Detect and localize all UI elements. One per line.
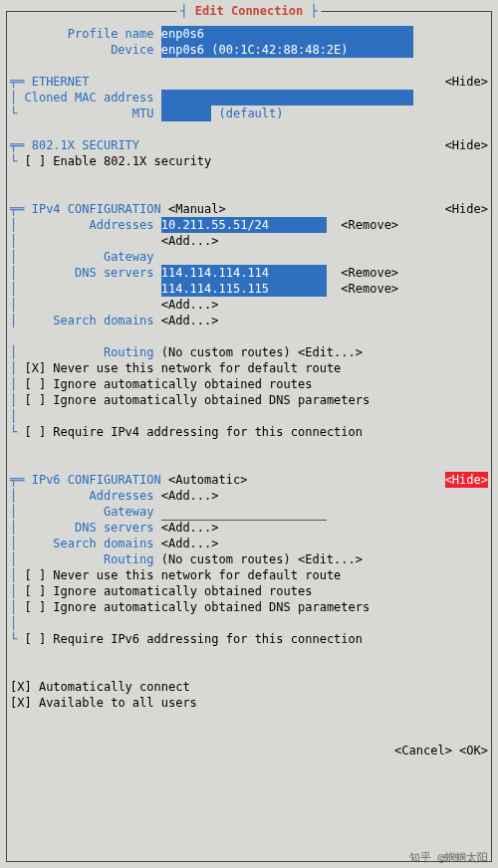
ipv4-search-add-button[interactable]: <Add...>	[161, 313, 219, 328]
ipv6-address-add-button[interactable]: <Add...>	[161, 488, 219, 504]
ipv6-require-checkbox[interactable]: [ ]	[24, 631, 53, 647]
ipv4-never-default-checkbox[interactable]: [X]	[24, 360, 53, 376]
auto-connect-checkbox[interactable]: [X]	[10, 679, 39, 695]
ipv4-gateway-input[interactable]	[161, 249, 327, 266]
ipv4-dns-add-button[interactable]: <Add...>	[161, 297, 219, 313]
ipv4-ign-dns-checkbox[interactable]: [ ]	[24, 392, 53, 408]
ipv6-never-default-checkbox[interactable]: [ ]	[24, 567, 53, 583]
cloned-mac-input[interactable]	[161, 90, 413, 106]
label-ipv4-search: Search domains	[24, 313, 153, 328]
label-ipv6-search: Search domains	[24, 536, 153, 551]
label-device: Device	[10, 42, 153, 58]
label-ipv4-routing: Routing	[24, 344, 153, 360]
label-cloned-mac: Cloned MAC address	[24, 90, 153, 106]
ipv4-require-checkbox[interactable]: [ ]	[24, 424, 53, 440]
all-users-checkbox[interactable]: [X]	[10, 695, 39, 711]
mtu-input[interactable]	[161, 106, 212, 121]
ipv6-gateway-input[interactable]	[161, 504, 327, 521]
8021x-hide-button[interactable]: <Hide>	[445, 137, 488, 153]
label-profile-name: Profile name	[10, 26, 153, 42]
ipv4-dns2-remove-button[interactable]: <Remove>	[341, 281, 398, 297]
mtu-default-hint: (default)	[218, 106, 283, 121]
label-ipv4-gateway: Gateway	[24, 249, 153, 265]
ipv4-routing-value: (No custom routes)	[161, 344, 291, 360]
ipv4-mode-select[interactable]: <Manual>	[168, 201, 226, 217]
enable-8021x-label: Enable 802.1X security	[53, 153, 211, 169]
device-input[interactable]: enp0s6 (00:1C:42:88:48:2E)	[161, 42, 413, 58]
label-ipv6-addresses: Addresses	[24, 488, 153, 504]
ethernet-hide-button[interactable]: <Hide>	[445, 74, 488, 90]
ipv6-routing-value: (No custom routes)	[161, 551, 291, 567]
ipv4-dns1-input[interactable]: 114.114.114.114	[161, 265, 327, 281]
window-title: ┤ Edit Connection ├	[176, 3, 321, 19]
ipv6-ign-routes-checkbox[interactable]: [ ]	[24, 583, 53, 599]
ipv4-routing-edit-button[interactable]: <Edit...>	[298, 344, 363, 360]
ipv4-address-add-button[interactable]: <Add...>	[161, 233, 219, 249]
ipv4-dns2-input[interactable]: 114.114.115.115	[161, 281, 327, 297]
label-mtu: MTU	[24, 106, 153, 121]
ipv6-mode-select[interactable]: <Automatic>	[168, 472, 247, 488]
ipv6-search-add-button[interactable]: <Add...>	[161, 536, 219, 551]
ipv4-ign-routes-checkbox[interactable]: [ ]	[24, 376, 53, 392]
ipv4-address-input[interactable]: 10.211.55.51/24	[161, 217, 327, 233]
section-8021x: 802.1X SECURITY	[32, 137, 139, 153]
section-ipv6: IPv6 CONFIGURATION	[32, 472, 161, 488]
label-ipv6-dns: DNS servers	[24, 520, 153, 536]
ipv4-dns1-remove-button[interactable]: <Remove>	[341, 265, 398, 281]
label-ipv6-gateway: Gateway	[24, 504, 153, 520]
ipv6-dns-add-button[interactable]: <Add...>	[161, 520, 219, 536]
ipv4-address-remove-button[interactable]: <Remove>	[341, 217, 398, 233]
profile-name-input[interactable]: enp0s6	[161, 26, 413, 42]
label-ipv6-routing: Routing	[24, 551, 153, 567]
ipv6-ign-dns-checkbox[interactable]: [ ]	[24, 599, 53, 615]
label-ipv4-addresses: Addresses	[24, 217, 153, 233]
cancel-button[interactable]: <Cancel>	[394, 743, 452, 759]
ipv6-hide-button[interactable]: <Hide>	[445, 472, 488, 488]
ipv6-routing-edit-button[interactable]: <Edit...>	[298, 551, 363, 567]
enable-8021x-checkbox[interactable]: [ ]	[24, 153, 53, 169]
label-ipv4-dns: DNS servers	[24, 265, 153, 281]
watermark: 知乎 @蝈蝈太阳	[409, 850, 488, 866]
ok-button[interactable]: <OK>	[459, 743, 488, 759]
section-ipv4: IPv4 CONFIGURATION	[32, 201, 161, 217]
section-ethernet: ETHERNET	[32, 74, 90, 90]
ipv4-hide-button[interactable]: <Hide>	[445, 201, 488, 217]
